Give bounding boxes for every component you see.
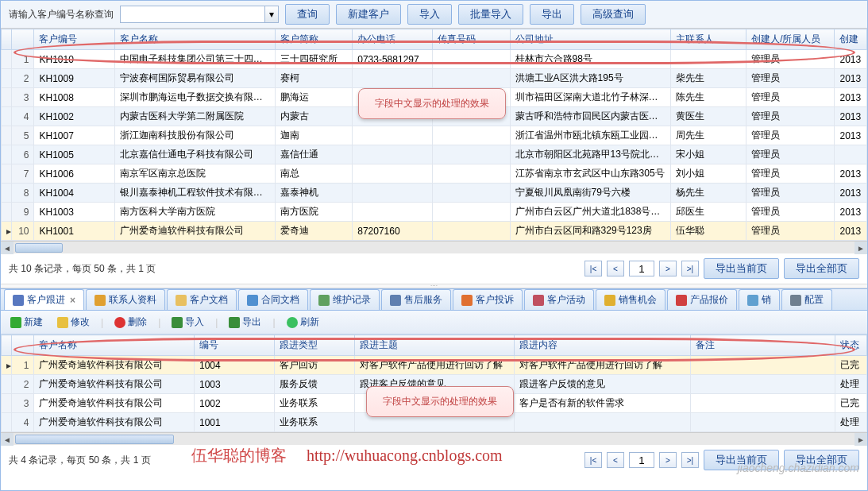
col-creator[interactable]: 创建人/所属人员 (746, 29, 835, 50)
cell-creator: 管理员 (746, 50, 835, 69)
export-current-page-button[interactable]: 导出当前页 (704, 258, 779, 279)
cell-cont: 对客户软件产品使用进行回访了解 (515, 356, 691, 375)
tab-icon (176, 295, 187, 306)
callout-top: 字段中文显示的处理的效果 (358, 88, 506, 119)
table-row[interactable]: 2 KH1009 宁波赛柯国际贸易有限公司 赛柯 洪塘工业A区洪大路195号 柴… (2, 69, 867, 88)
refresh-button[interactable]: 刷新 (284, 314, 322, 331)
col-status[interactable]: 状态 (835, 335, 866, 356)
col-fax[interactable]: 传真号码 (433, 29, 510, 50)
import-button2[interactable]: 导入 (168, 314, 207, 331)
page-input[interactable] (629, 452, 654, 468)
col-customer-id[interactable]: 客户编号 (34, 29, 114, 50)
cell-tel (353, 126, 433, 145)
tab-10[interactable]: 销 (739, 289, 780, 310)
tab-4[interactable]: 维护记录 (310, 289, 380, 310)
last-page-button[interactable]: >| (681, 452, 699, 468)
new-button[interactable]: 新建 (7, 314, 46, 331)
blog-watermark: 伍华聪的博客 http://wuhuacong.cnblogs.com (191, 445, 503, 466)
query-button[interactable]: 查询 (285, 4, 330, 25)
tab-0[interactable]: 客户跟进× (4, 289, 84, 310)
cell-short: 赛柯 (276, 69, 353, 88)
table-row[interactable]: ▸ 1 广州爱奇迪软件科技有限公司 1004 客户回访 对客户软件产品使用进行回… (2, 356, 867, 375)
table-row[interactable]: 6 KH1005 北京嘉信仕通电子科技有限公司 嘉信仕通 北京市朝阳区北苑路甲1… (2, 145, 867, 164)
next-page-button[interactable]: > (659, 261, 677, 276)
cell-ctime: 2013 (835, 50, 867, 69)
import-button[interactable]: 导入 (407, 4, 452, 25)
grid2-horizontal-scrollbar[interactable]: ◄ ► (1, 432, 867, 445)
new-customer-button[interactable]: 新建客户 (336, 4, 401, 25)
table-row[interactable]: ▸ 10 KH1001 广州爱奇迪软件科技有限公司 爱奇迪 87207160 广… (2, 222, 867, 241)
dropdown-icon[interactable]: ▾ (264, 6, 279, 23)
delete-button[interactable]: 删除 (111, 314, 150, 331)
cell-id: KH1010 (34, 50, 114, 69)
cell-name: 深圳市鹏海运电子数据交换有限公司 (114, 88, 275, 107)
tab-5[interactable]: 售后服务 (381, 289, 451, 310)
col-memo[interactable]: 备注 (691, 335, 835, 356)
tab-8[interactable]: 销售机会 (596, 289, 665, 310)
tab-7[interactable]: 客户活动 (524, 289, 594, 310)
tab-icon (95, 295, 106, 306)
close-icon[interactable]: × (70, 295, 75, 306)
grid1-horizontal-scrollbar[interactable]: ◄ ► (1, 241, 867, 253)
first-page-button[interactable]: |< (584, 261, 602, 276)
cell-tel (353, 145, 433, 164)
export-all-pages-button[interactable]: 导出全部页 (784, 258, 859, 279)
scroll-thumb[interactable] (15, 435, 174, 444)
col-office-phone[interactable]: 办公电话 (353, 29, 433, 50)
batch-import-button[interactable]: 批量导入 (458, 4, 523, 25)
cell-creator: 管理员 (746, 107, 835, 126)
callout-bottom: 字段中文显示的处理的效果 (366, 386, 514, 417)
col-followup-type[interactable]: 跟进类型 (274, 335, 354, 356)
export-button2[interactable]: 导出 (226, 314, 264, 331)
row-indicator (2, 164, 12, 184)
row-indicator (2, 88, 12, 107)
cell-id: KH1005 (34, 145, 114, 164)
tab-1[interactable]: 联系人资料 (86, 289, 165, 310)
cell-short: 迦南 (276, 126, 353, 145)
export-button[interactable]: 导出 (530, 4, 574, 25)
col-followup-content[interactable]: 跟进内容 (515, 335, 691, 356)
search-input[interactable] (120, 6, 264, 23)
cell-memo (691, 394, 835, 413)
cell-tel: 87207160 (353, 222, 433, 241)
col-followup-subject[interactable]: 跟进主题 (354, 335, 515, 356)
cell-tel: 0733-5881297 (353, 50, 433, 69)
page-input[interactable] (629, 261, 654, 276)
sub-toolbar: 新建 修改 | 删除 | 导入 | 导出 | 刷新 (1, 311, 867, 334)
prev-page-button[interactable]: < (607, 452, 624, 468)
scroll-right-icon[interactable]: ► (854, 242, 867, 254)
table-row[interactable]: 5 KH1007 浙江迦南科技股份有限公司 迦南 浙江省温州市瓯北镇东瓯工业园…… (2, 126, 867, 145)
scroll-left-icon[interactable]: ◄ (1, 242, 14, 254)
first-page-button[interactable]: |< (584, 452, 602, 468)
advanced-query-button[interactable]: 高级查询 (581, 4, 646, 25)
scroll-left-icon[interactable]: ◄ (1, 433, 14, 446)
col-short-name[interactable]: 客户简称 (276, 29, 353, 50)
tab-9[interactable]: 产品报价 (667, 289, 737, 310)
table-row[interactable]: 9 KH1003 南方医科大学南方医院 南方医院 广州市白云区广州大道北1838… (2, 203, 867, 222)
tab-2[interactable]: 客户文档 (167, 289, 237, 310)
col-company-address[interactable]: 公司地址 (510, 29, 670, 50)
col-create-time[interactable]: 创建 (835, 29, 867, 50)
tab-6[interactable]: 客户投诉 (453, 289, 523, 310)
cell-memo (691, 356, 835, 375)
cell-short: 鹏海运 (276, 88, 353, 107)
followup-grid: 客户名称 编号 跟进类型 跟进主题 跟进内容 备注 状态 ▸ 1 广州爱奇迪软件… (1, 334, 867, 432)
col-customer-name[interactable]: 客户名称 (114, 29, 275, 50)
edit-button[interactable]: 修改 (54, 314, 93, 331)
tab-3[interactable]: 合同文档 (238, 289, 308, 310)
cell-name: 中国电子科技集团公司第三十四研… (114, 50, 275, 69)
col-no[interactable]: 编号 (194, 335, 274, 356)
tab-icon (13, 295, 24, 306)
table-row[interactable]: 7 KH1006 南京军区南京总医院 南总 江苏省南京市玄武区中山东路305号 … (2, 164, 867, 184)
cell-name: 浙江迦南科技股份有限公司 (114, 126, 275, 145)
table-row[interactable]: 8 KH1004 银川嘉泰神机工程软件技术有限公司 嘉泰神机 宁夏银川凤凰南街7… (2, 184, 867, 203)
table-row[interactable]: 1 KH1010 中国电子科技集团公司第三十四研… 三十四研究所 0733-58… (2, 50, 867, 69)
scroll-right-icon[interactable]: ► (854, 433, 867, 446)
tab-11[interactable]: 配置 (781, 289, 832, 310)
col-main-contact[interactable]: 主联系人 (671, 29, 746, 50)
scroll-thumb[interactable] (15, 243, 63, 253)
last-page-button[interactable]: >| (681, 261, 699, 276)
col-customer-name[interactable]: 客户名称 (34, 335, 195, 356)
next-page-button[interactable]: > (659, 452, 677, 468)
prev-page-button[interactable]: < (607, 261, 624, 276)
